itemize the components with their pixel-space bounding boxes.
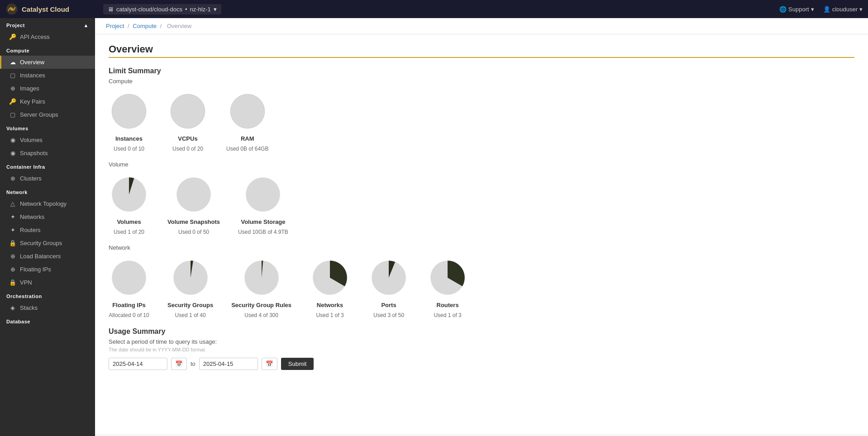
sidebar-item-networks[interactable]: ✦ Networks — [0, 210, 95, 223]
sidebar-item-server-groups[interactable]: ▢ Server Groups — [0, 108, 95, 121]
sidebar-item-stacks[interactable]: ◈ Stacks — [0, 301, 95, 314]
main-layout: Project ▲ 🔑 API Access Compute ☁ Overvie… — [0, 18, 868, 436]
catalyst-cloud-logo-icon — [5, 3, 18, 15]
vcpus-label: VCPUs — [178, 135, 197, 142]
networks-sublabel: Used 1 of 3 — [316, 312, 343, 318]
svg-point-8 — [112, 261, 146, 295]
usage-summary-title: Usage Summary — [109, 327, 854, 336]
load-balancers-icon: ⊕ — [9, 253, 16, 260]
user-menu[interactable]: 👤 clouduser ▾ — [823, 6, 863, 13]
routers-label: Routers — [437, 302, 459, 308]
security-groups-sublabel: Used 1 of 40 — [175, 312, 206, 318]
content-area: Project / Compute / Overview Overview Li… — [95, 18, 868, 436]
volume-storage-pie — [243, 174, 283, 215]
project-selector[interactable]: 🖥 catalyst-cloud/cloud-docs • nz-hlz-1 ▾ — [103, 4, 221, 14]
networks-label: Networks — [317, 302, 343, 308]
sidebar-section-orchestration: Orchestration — [0, 289, 95, 301]
chart-ports: Ports Used 3 of 50 — [368, 257, 409, 318]
volumes-pie — [109, 174, 149, 215]
chart-volumes: Volumes Used 1 of 20 — [109, 174, 149, 235]
sidebar-section-database: Database — [0, 314, 95, 327]
topbar-right: 🌐 Support ▾ 👤 clouduser ▾ — [779, 6, 863, 13]
image-icon: ⊕ — [9, 85, 16, 92]
sidebar-item-floating-ips[interactable]: ⊕ Floating IPs — [0, 263, 95, 276]
floating-ips-label: Floating IPs — [112, 302, 146, 308]
sidebar-item-api-access[interactable]: 🔑 API Access — [0, 30, 95, 43]
sidebar-item-instances[interactable]: ▢ Instances — [0, 69, 95, 82]
volume-charts-row: Volumes Used 1 of 20 Volume Snapshots Us… — [109, 174, 854, 235]
to-calendar-button[interactable]: 📅 — [262, 358, 277, 370]
floating-ips-pie — [109, 257, 149, 298]
volume-subtitle: Volume — [109, 161, 854, 168]
logo-text: Catalyst Cloud — [22, 5, 69, 13]
sidebar-item-routers[interactable]: ✦ Routers — [0, 223, 95, 237]
chart-security-group-rules: Security Group Rules Used 4 of 300 — [231, 257, 291, 318]
sidebar-section-container-infra: Container Infra — [0, 160, 95, 172]
cloud-icon: ☁ — [9, 59, 16, 66]
breadcrumb: Project / Compute / Overview — [95, 18, 868, 34]
to-date-input[interactable] — [199, 358, 258, 370]
svg-point-2 — [112, 94, 146, 128]
networks-pie — [310, 257, 350, 298]
networks-icon: ✦ — [9, 213, 16, 220]
page-title: Overview — [109, 43, 854, 55]
support-link[interactable]: 🌐 Support ▾ — [779, 6, 814, 13]
collapse-icon[interactable]: ▲ — [84, 23, 89, 28]
page-divider — [109, 57, 854, 58]
date-format-hint: The date should be in YYYY-MM-DD format. — [109, 347, 854, 352]
breadcrumb-project[interactable]: Project — [106, 23, 124, 29]
sidebar-section-project: Project ▲ — [0, 18, 95, 30]
region-label: nz-hlz-1 — [190, 6, 211, 13]
instances-sublabel: Used 0 of 10 — [114, 146, 144, 152]
to-label: to — [191, 360, 196, 367]
chart-volume-storage: Volume Storage Used 10GB of 4.9TB — [238, 174, 288, 235]
chevron-down-icon: ▾ — [859, 6, 863, 13]
sidebar-item-clusters[interactable]: ⊕ Clusters — [0, 172, 95, 185]
instance-icon: ▢ — [9, 72, 16, 79]
sidebar-item-network-topology[interactable]: △ Network Topology — [0, 197, 95, 210]
ports-sublabel: Used 3 of 50 — [373, 312, 404, 318]
sidebar-item-volumes[interactable]: ◉ Volumes — [0, 133, 95, 147]
vcpus-sublabel: Used 0 of 20 — [172, 146, 203, 152]
svg-point-4 — [230, 94, 265, 128]
topbar: Catalyst Cloud 🖥 catalyst-cloud/cloud-do… — [0, 0, 868, 18]
server-groups-icon: ▢ — [9, 111, 16, 118]
chart-instances: Instances Used 0 of 10 — [109, 91, 149, 152]
from-calendar-button[interactable]: 📅 — [171, 358, 187, 370]
ports-pie — [368, 257, 409, 298]
routers-pie — [427, 257, 468, 298]
ram-sublabel: Used 0B of 64GB — [226, 146, 268, 152]
volume-storage-sublabel: Used 10GB of 4.9TB — [238, 229, 288, 235]
project-label: catalyst-cloud/cloud-docs — [116, 6, 182, 13]
svg-point-6 — [176, 177, 211, 212]
compute-charts-row: Instances Used 0 of 10 VCPUs Used 0 of 2… — [109, 91, 854, 152]
instances-pie — [109, 91, 149, 132]
key-pairs-icon: 🔑 — [9, 98, 16, 105]
sidebar-section-volumes: Volumes — [0, 121, 95, 133]
sidebar-item-key-pairs[interactable]: 🔑 Key Pairs — [0, 95, 95, 108]
svg-point-7 — [246, 177, 281, 212]
sidebar-item-vpn[interactable]: 🔒 VPN — [0, 276, 95, 289]
project-icon: 🖥 — [108, 6, 114, 13]
from-date-input[interactable] — [109, 358, 167, 370]
sidebar-section-compute: Compute — [0, 43, 95, 56]
sidebar: Project ▲ 🔑 API Access Compute ☁ Overvie… — [0, 18, 95, 436]
date-range-row: 📅 to 📅 Submit — [109, 358, 854, 370]
ports-label: Ports — [381, 302, 396, 308]
sidebar-item-load-balancers[interactable]: ⊕ Load Balancers — [0, 250, 95, 263]
sidebar-item-security-groups[interactable]: 🔒 Security Groups — [0, 237, 95, 250]
chart-floating-ips: Floating IPs Allocated 0 of 10 — [109, 257, 149, 318]
volume-snapshots-pie — [173, 174, 214, 215]
vpn-icon: 🔒 — [9, 279, 16, 286]
svg-point-3 — [171, 94, 205, 128]
volumes-sublabel: Used 1 of 20 — [114, 229, 144, 235]
volumes-label: Volumes — [117, 218, 141, 225]
sidebar-item-images[interactable]: ⊕ Images — [0, 82, 95, 95]
submit-button[interactable]: Submit — [281, 358, 314, 370]
breadcrumb-compute[interactable]: Compute — [133, 23, 157, 29]
sidebar-item-snapshots[interactable]: ◉ Snapshots — [0, 147, 95, 160]
usage-summary: Usage Summary Select a period of time to… — [109, 327, 854, 370]
sidebar-item-overview[interactable]: ☁ Overview — [0, 56, 95, 69]
key-icon: 🔑 — [9, 33, 16, 40]
svg-point-1 — [10, 8, 14, 11]
